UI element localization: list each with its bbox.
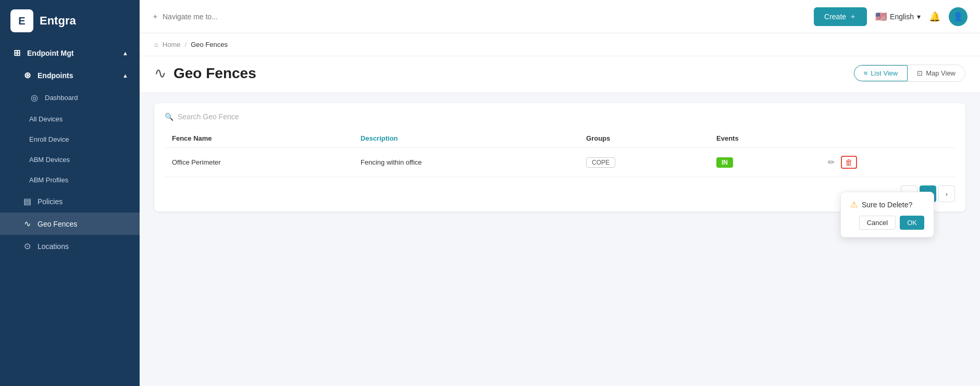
cell-events: IN (709, 148, 818, 177)
table-section: 🔍 Fence Name Description Groups Events O… (154, 103, 965, 211)
pagination: ‹ 1 › (165, 185, 955, 202)
page-content: ⌂ Home / Geo Fences ∿ Geo Fences ≡ List … (140, 33, 980, 386)
table-row: Office Perimeter Fencing within office C… (165, 148, 955, 177)
popup-actions: Cancel OK (850, 216, 924, 230)
grid-icon: ⊞ (11, 48, 22, 58)
sidebar-item-policies[interactable]: ▤ Policies (0, 190, 140, 213)
warning-icon: ⚠ (850, 200, 858, 209)
endpoints-icon: ⊛ (22, 70, 32, 80)
chevron-down-icon: ▾ (917, 13, 921, 21)
nav-input[interactable] (163, 13, 413, 21)
table-header-row: Fence Name Description Groups Events (165, 129, 955, 148)
map-icon: ⊡ (917, 69, 923, 77)
popup-cancel-button[interactable]: Cancel (859, 216, 896, 230)
delete-button[interactable]: 🗑 (841, 156, 857, 169)
geo-fence-table: Fence Name Description Groups Events Off… (165, 129, 955, 177)
breadcrumb: ⌂ Home / Geo Fences (140, 33, 980, 56)
locations-label: Locations (38, 242, 69, 251)
policies-label: Policies (38, 197, 63, 206)
page-title: Geo Fences (173, 65, 256, 82)
sidebar-item-geo-fences[interactable]: ∿ Geo Fences (0, 213, 140, 235)
flag-icon: 🇺🇸 (875, 11, 887, 22)
nav-input-wrap: ✦ (152, 13, 413, 21)
breadcrumb-home[interactable]: Home (163, 41, 181, 48)
search-bar: 🔍 (165, 113, 955, 121)
sidebar-item-endpoint-mgt[interactable]: ⊞ Endpoint Mgt ▲ (0, 42, 140, 64)
home-icon: ⌂ (154, 41, 158, 48)
sidebar-item-endpoints[interactable]: ⊛ Endpoints ▲ (0, 64, 140, 86)
main-content: ✦ Create ＋ 🇺🇸 English ▾ 🔔 👤 ⌂ Home / (140, 0, 980, 386)
enroll-device-label: Enroll Device (29, 135, 69, 143)
popup-title: ⚠ Sure to Delete? (850, 200, 924, 209)
sidebar-logo: E Entgra (0, 0, 140, 42)
cell-groups: COPE (579, 148, 709, 177)
page-title-wrap: ∿ Geo Fences (154, 65, 256, 82)
logo-text: Entgra (40, 14, 76, 28)
cell-fence-name: Office Perimeter (165, 148, 353, 177)
avatar[interactable]: 👤 (949, 7, 967, 26)
avatar-icon: 👤 (953, 11, 963, 21)
sidebar-item-all-devices[interactable]: All Devices (0, 109, 140, 129)
geo-fences-icon: ∿ (22, 219, 32, 229)
cell-description: Fencing within office (353, 148, 579, 177)
sidebar-item-abm-devices[interactable]: ABM Devices (0, 150, 140, 170)
col-groups: Groups (579, 129, 709, 148)
create-label: Create (824, 13, 846, 21)
cell-actions: ✏ 🗑 (818, 148, 955, 177)
endpoints-label: Endpoints (38, 71, 73, 80)
dashboard-label: Dashboard (45, 94, 78, 102)
col-actions (818, 129, 955, 148)
view-toggle: ≡ List View ⊡ Map View (853, 65, 965, 82)
edit-button[interactable]: ✏ (826, 155, 837, 169)
bell-icon[interactable]: 🔔 (929, 11, 940, 22)
abm-profiles-label: ABM Profiles (29, 176, 68, 184)
endpoint-mgt-label: Endpoint Mgt (27, 49, 73, 57)
policies-icon: ▤ (22, 196, 32, 206)
list-icon: ≡ (864, 69, 868, 77)
geo-fences-label: Geo Fences (38, 220, 77, 228)
delete-popup: ⚠ Sure to Delete? Cancel OK (840, 192, 934, 238)
list-view-button[interactable]: ≡ List View (854, 65, 908, 81)
search-icon: 🔍 (165, 113, 173, 121)
group-tag: COPE (586, 157, 615, 168)
topbar: ✦ Create ＋ 🇺🇸 English ▾ 🔔 👤 (140, 0, 980, 33)
search-input[interactable] (178, 113, 334, 121)
col-events: Events (709, 129, 818, 148)
sidebar-section-endpoint-mgt: ⊞ Endpoint Mgt ▲ ⊛ Endpoints ▲ ◎ Dashboa… (0, 42, 140, 257)
sidebar-item-enroll-device[interactable]: Enroll Device (0, 129, 140, 150)
sidebar: E Entgra ⊞ Endpoint Mgt ▲ ⊛ Endpoints ▲ … (0, 0, 140, 386)
geo-fences-page-icon: ∿ (154, 65, 166, 82)
endpoint-mgt-chevron: ▲ (122, 50, 128, 56)
popup-title-text: Sure to Delete? (862, 201, 912, 209)
locations-icon: ⊙ (22, 241, 32, 251)
logo-box: E (10, 9, 33, 32)
language-label: English (890, 13, 914, 21)
map-view-button[interactable]: ⊡ Map View (908, 65, 965, 81)
endpoints-chevron: ▲ (122, 72, 128, 79)
dashboard-icon: ◎ (29, 93, 40, 103)
popup-ok-button[interactable]: OK (900, 216, 924, 230)
list-view-label: List View (871, 69, 898, 77)
create-button[interactable]: Create ＋ (814, 7, 867, 26)
all-devices-label: All Devices (29, 115, 63, 123)
next-page-button[interactable]: › (938, 185, 955, 202)
nav-icon: ✦ (152, 13, 158, 21)
page-header: ∿ Geo Fences ≡ List View ⊡ Map View (140, 56, 980, 93)
breadcrumb-current: Geo Fences (191, 41, 228, 48)
sidebar-item-dashboard[interactable]: ◎ Dashboard (0, 86, 140, 109)
breadcrumb-separator: / (185, 41, 187, 48)
row-actions: ✏ 🗑 (826, 155, 948, 169)
abm-devices-label: ABM Devices (29, 156, 70, 164)
col-description: Description (353, 129, 579, 148)
sidebar-item-locations[interactable]: ⊙ Locations (0, 235, 140, 257)
map-view-label: Map View (926, 69, 956, 77)
col-fence-name: Fence Name (165, 129, 353, 148)
event-badge: IN (716, 157, 733, 168)
sidebar-item-abm-profiles[interactable]: ABM Profiles (0, 170, 140, 190)
logo-letter: E (18, 15, 25, 27)
plus-icon: ＋ (849, 12, 857, 21)
language-selector[interactable]: 🇺🇸 English ▾ (875, 11, 921, 22)
topbar-right: Create ＋ 🇺🇸 English ▾ 🔔 👤 (814, 7, 967, 26)
